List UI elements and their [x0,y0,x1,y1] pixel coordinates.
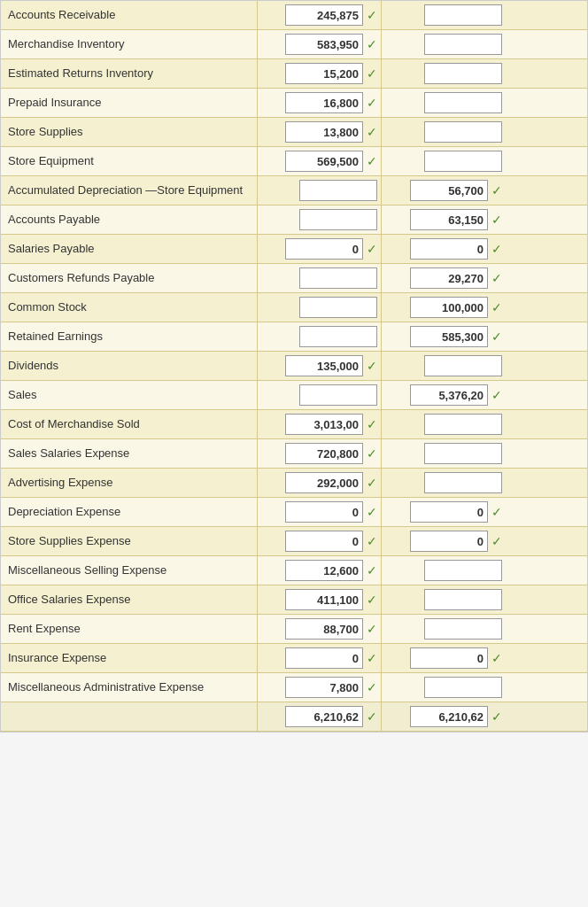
debit-input[interactable] [299,209,377,230]
debit-cell: ✓ [258,59,382,88]
debit-input[interactable] [285,63,363,84]
credit-input[interactable] [424,472,502,493]
debit-check-icon[interactable]: ✓ [367,66,377,81]
debit-input[interactable] [299,384,377,406]
credit-input[interactable] [410,384,488,406]
debit-input[interactable] [299,267,377,289]
debit-input[interactable] [285,589,363,610]
row-label: Prepaid Insurance [1,89,258,117]
debit-check-icon[interactable]: ✓ [367,622,377,636]
credit-input[interactable] [424,151,502,172]
debit-input[interactable] [285,560,363,581]
debit-input[interactable] [285,4,363,26]
credit-input[interactable] [424,443,502,464]
debit-check-icon[interactable]: ✓ [367,96,377,110]
credit-check-icon[interactable]: ✓ [491,505,502,519]
debit-check-icon[interactable]: ✓ [367,8,377,22]
credit-input[interactable] [410,501,488,523]
debit-input[interactable] [285,501,363,523]
credit-input[interactable] [424,618,502,640]
debit-input[interactable] [285,677,363,698]
credit-check-icon[interactable]: ✓ [491,329,502,344]
credit-check-icon[interactable]: ✓ [491,300,502,314]
debit-input[interactable] [285,472,363,493]
debit-input[interactable] [285,618,363,640]
credit-input[interactable] [424,34,502,55]
credit-input[interactable] [410,326,488,347]
debit-input[interactable] [299,326,377,347]
credit-input[interactable] [424,92,502,113]
credit-cell [382,615,506,643]
debit-check-icon[interactable]: ✓ [367,359,377,373]
credit-cell [382,147,506,175]
debit-check-icon[interactable]: ✓ [367,651,377,665]
credit-input[interactable] [410,647,488,669]
credit-input[interactable] [424,560,502,581]
credit-input[interactable] [410,297,488,318]
credit-check-icon[interactable]: ✓ [491,709,502,724]
debit-check-icon[interactable]: ✓ [367,125,377,139]
credit-check-icon[interactable]: ✓ [491,213,502,227]
credit-check-icon[interactable]: ✓ [491,534,502,548]
row-label [1,702,258,731]
debit-input[interactable] [285,121,363,143]
debit-input[interactable] [299,180,377,201]
debit-cell: ✓ [258,410,382,438]
debit-input[interactable] [285,151,363,172]
credit-input[interactable] [424,63,502,84]
credit-cell: ✓ [382,702,506,731]
credit-check-icon[interactable]: ✓ [491,271,502,285]
credit-input[interactable] [424,355,502,376]
credit-check-icon[interactable]: ✓ [491,183,502,198]
row-label: Advertising Expense [1,469,258,497]
debit-check-icon[interactable]: ✓ [367,476,377,490]
credit-input[interactable] [424,4,502,26]
debit-input[interactable] [285,34,363,55]
debit-input[interactable] [285,706,363,727]
debit-input[interactable] [285,414,363,435]
debit-input[interactable] [299,297,377,318]
credit-input[interactable] [424,589,502,610]
table-row: Accounts Payable✓ [1,205,587,235]
debit-cell: ✓ [258,556,382,585]
debit-input[interactable] [285,443,363,464]
debit-check-icon[interactable]: ✓ [367,505,377,519]
debit-check-icon[interactable]: ✓ [367,37,377,51]
credit-input[interactable] [424,677,502,698]
table-row: Salaries Payable✓✓ [1,235,587,264]
debit-check-icon[interactable]: ✓ [367,534,377,548]
table-row: Advertising Expense✓ [1,469,587,498]
table-row: Estimated Returns Inventory✓ [1,59,587,89]
credit-input[interactable] [410,209,488,230]
debit-check-icon[interactable]: ✓ [367,446,377,461]
debit-check-icon[interactable]: ✓ [367,680,377,694]
credit-input[interactable] [410,706,488,727]
credit-cell [382,469,506,497]
debit-cell: ✓ [258,118,382,146]
debit-check-icon[interactable]: ✓ [367,154,377,168]
credit-input[interactable] [410,180,488,201]
debit-check-icon[interactable]: ✓ [367,242,377,256]
credit-check-icon[interactable]: ✓ [491,242,502,256]
debit-check-icon[interactable]: ✓ [367,417,377,431]
credit-input[interactable] [424,414,502,435]
credit-input[interactable] [424,121,502,143]
credit-check-icon[interactable]: ✓ [491,388,502,402]
table-row: Accounts Receivable✓ [1,1,587,30]
debit-cell: ✓ [258,469,382,497]
table-row: Sales Salaries Expense✓ [1,439,587,469]
credit-check-icon[interactable]: ✓ [491,651,502,665]
credit-input[interactable] [410,531,488,552]
debit-cell [258,176,382,205]
credit-input[interactable] [410,267,488,289]
debit-input[interactable] [285,355,363,376]
debit-input[interactable] [285,92,363,113]
debit-check-icon[interactable]: ✓ [367,709,377,724]
debit-input[interactable] [285,647,363,669]
debit-input[interactable] [285,238,363,260]
debit-check-icon[interactable]: ✓ [367,593,377,607]
debit-check-icon[interactable]: ✓ [367,563,377,578]
debit-input[interactable] [285,531,363,552]
table-row: Common Stock✓ [1,293,587,322]
credit-input[interactable] [410,238,488,260]
